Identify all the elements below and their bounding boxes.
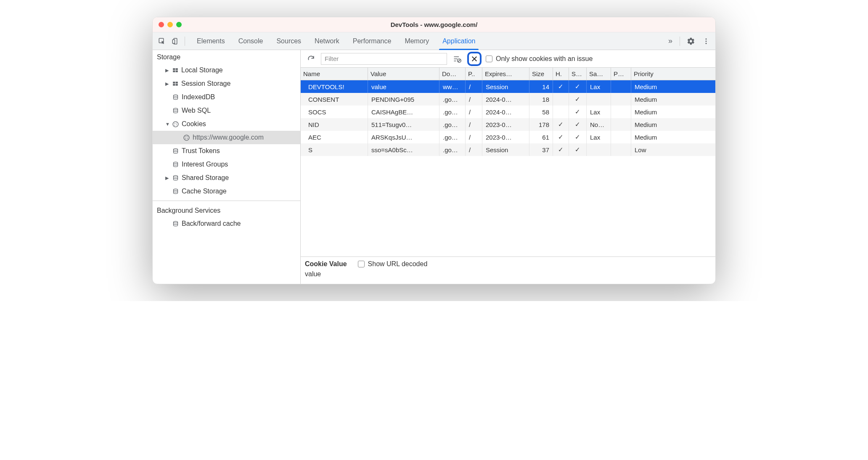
sidebar-item-trust-tokens[interactable]: Trust Tokens: [153, 144, 300, 158]
sidebar-item-cache-storage[interactable]: Cache Storage: [153, 185, 300, 198]
table-row[interactable]: SOCSCAISHAgBE….go…/2024-0…58✓LaxMedium: [301, 106, 715, 118]
cookie-detail-pane: Cookie Value Show URL decoded value: [301, 256, 715, 284]
cookie-icon: [183, 134, 190, 141]
column-header[interactable]: P…: [611, 68, 631, 80]
cell-same: [587, 143, 611, 156]
refresh-icon[interactable]: [305, 53, 317, 65]
sidebar-item-https-www-google-com[interactable]: https://www.google.com: [153, 131, 300, 144]
db-icon: [172, 148, 179, 154]
cell-domain: .go…: [439, 118, 466, 131]
column-header[interactable]: Expires…: [482, 68, 529, 80]
svg-point-24: [187, 138, 188, 139]
device-toggle-icon[interactable]: [169, 35, 182, 48]
table-row[interactable]: DEVTOOLS!valueww…/Session14✓✓LaxMedium: [301, 80, 715, 93]
svg-rect-8: [173, 71, 175, 72]
column-header[interactable]: Size: [529, 68, 553, 80]
cell-size: 37: [529, 143, 553, 156]
minimize-window-button[interactable]: [167, 22, 173, 27]
clear-all-filter-icon[interactable]: [451, 53, 463, 65]
only-issues-checkbox-row[interactable]: Only show cookies with an issue: [486, 55, 593, 63]
tab-application[interactable]: Application: [436, 32, 482, 50]
cell-name: S: [301, 143, 368, 156]
url-decoded-checkbox[interactable]: [358, 261, 365, 267]
svg-point-21: [184, 135, 189, 140]
cell-name: CONSENT: [301, 93, 368, 106]
sidebar-item-indexeddb[interactable]: IndexedDB: [153, 90, 300, 104]
cell-http: ✓: [553, 80, 569, 93]
svg-point-3: [706, 38, 707, 40]
column-header[interactable]: Name: [301, 68, 368, 80]
table-row[interactable]: CONSENTPENDING+095.go…/2024-0…18✓Medium: [301, 93, 715, 106]
sidebar-item-web-sql[interactable]: Web SQL: [153, 104, 300, 117]
application-sidebar: Storage ▶Local Storage▶Session StorageIn…: [153, 50, 301, 284]
cookie-value-text: value: [305, 270, 711, 278]
sidebar-item-session-storage[interactable]: ▶Session Storage: [153, 77, 300, 90]
cell-path: /: [466, 143, 482, 156]
cell-same: No…: [587, 118, 611, 131]
sidebar-item-back-forward-cache[interactable]: Back/forward cache: [153, 217, 300, 230]
grid-icon: [172, 67, 179, 73]
sidebar-item-label: Session Storage: [181, 80, 230, 87]
tab-elements[interactable]: Elements: [190, 32, 232, 50]
only-issues-checkbox[interactable]: [486, 56, 492, 62]
cell-same: Lax: [587, 131, 611, 143]
sidebar-item-shared-storage[interactable]: ▶Shared Storage: [153, 171, 300, 185]
svg-rect-7: [176, 68, 178, 70]
tab-memory[interactable]: Memory: [398, 32, 436, 50]
column-header[interactable]: Value: [368, 68, 439, 80]
svg-point-4: [706, 40, 707, 42]
cookies-table: NameValueDo…P..Expires…SizeH.S…Sa…P…Prio…: [301, 68, 715, 256]
column-header[interactable]: Sa…: [587, 68, 611, 80]
tab-performance[interactable]: Performance: [346, 32, 398, 50]
delete-all-icon[interactable]: [469, 54, 479, 64]
cell-value: ARSKqsJsU…: [368, 131, 439, 143]
column-header[interactable]: P..: [466, 68, 482, 80]
cell-http: ✓: [553, 118, 569, 131]
maximize-window-button[interactable]: [176, 22, 182, 27]
tab-sources[interactable]: Sources: [270, 32, 308, 50]
cell-http: ✓: [553, 131, 569, 143]
svg-rect-13: [176, 84, 178, 86]
svg-point-27: [174, 162, 178, 164]
close-window-button[interactable]: [159, 22, 164, 27]
sidebar-item-cookies[interactable]: ▼Cookies: [153, 117, 300, 131]
cookies-panel: Only show cookies with an issue NameValu…: [301, 50, 715, 284]
column-header[interactable]: Priority: [631, 68, 715, 80]
svg-point-23: [187, 136, 188, 137]
settings-gear-icon[interactable]: [684, 35, 698, 48]
cell-priority: Medium: [631, 118, 715, 131]
column-header[interactable]: Do…: [439, 68, 466, 80]
cell-size: 14: [529, 80, 553, 93]
svg-point-19: [176, 124, 177, 125]
cell-expires: 2024-0…: [482, 93, 529, 106]
inspect-element-icon[interactable]: [155, 35, 169, 48]
kebab-menu-icon[interactable]: [699, 35, 713, 48]
tab-console[interactable]: Console: [232, 32, 270, 50]
cell-domain: .go…: [439, 93, 466, 106]
cell-name: NID: [301, 118, 368, 131]
cell-expires: 2023-0…: [482, 118, 529, 131]
column-header[interactable]: H.: [553, 68, 569, 80]
cell-part: [611, 80, 631, 93]
table-row[interactable]: Ssso=sA0bSc….go…/Session37✓✓Low: [301, 143, 715, 156]
sidebar-item-local-storage[interactable]: ▶Local Storage: [153, 63, 300, 77]
cell-domain: .go…: [439, 106, 466, 118]
sidebar-item-interest-groups[interactable]: Interest Groups: [153, 158, 300, 171]
cell-path: /: [466, 106, 482, 118]
cell-expires: Session: [482, 80, 529, 93]
cell-http: [553, 93, 569, 106]
db-icon: [172, 108, 179, 114]
column-header[interactable]: S…: [569, 68, 587, 80]
cell-path: /: [466, 93, 482, 106]
table-row[interactable]: NID511=Tsugv0….go…/2023-0…178✓✓No…Medium: [301, 118, 715, 131]
tab-network[interactable]: Network: [308, 32, 346, 50]
cookies-filterbar: Only show cookies with an issue: [301, 50, 715, 68]
db-icon: [172, 221, 179, 227]
filter-input[interactable]: [321, 53, 447, 65]
svg-rect-11: [176, 82, 178, 83]
cell-value: PENDING+095: [368, 93, 439, 106]
main-toolbar: ElementsConsoleSourcesNetworkPerformance…: [153, 32, 715, 50]
url-decoded-checkbox-row[interactable]: Show URL decoded: [358, 260, 428, 268]
table-row[interactable]: AECARSKqsJsU….go…/2023-0…61✓✓LaxMedium: [301, 131, 715, 143]
more-tabs-icon[interactable]: »: [664, 35, 677, 48]
